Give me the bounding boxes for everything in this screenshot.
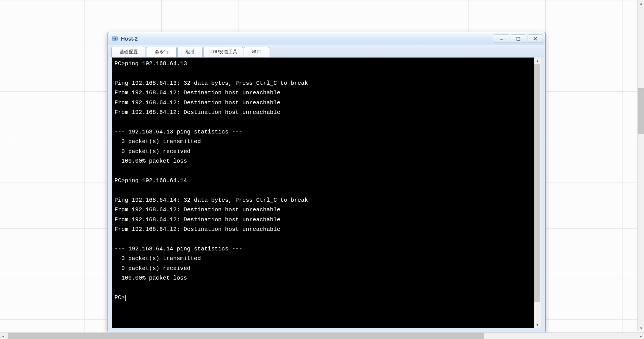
scroll-down-icon[interactable]: ▾ — [638, 325, 644, 331]
window-title: Host-2 — [121, 36, 494, 42]
window-titlebar[interactable]: Host-2 — [108, 32, 545, 45]
tab-label: 组播 — [185, 49, 195, 55]
maximize-button[interactable] — [511, 35, 526, 43]
scroll-thumb[interactable] — [534, 64, 540, 302]
terminal-container: PC>ping 192.168.64.13 Ping 192.168.64.13… — [112, 58, 541, 328]
scroll-thumb[interactable] — [638, 88, 644, 134]
scroll-thumb[interactable] — [8, 333, 484, 339]
tab-label: UDP发包工具 — [209, 49, 237, 55]
scroll-up-icon[interactable]: ▴ — [534, 58, 541, 64]
terminal-scrollbar[interactable]: ▴ ▾ — [534, 58, 541, 328]
tab-command-line[interactable]: 命令行 — [147, 47, 177, 57]
outer-horizontal-scrollbar[interactable]: ◂ ▸ — [0, 332, 644, 339]
scroll-down-icon[interactable]: ▾ — [534, 321, 541, 328]
window-controls — [494, 35, 543, 43]
terminal-panel: PC>ping 192.168.64.13 Ping 192.168.64.13… — [108, 57, 545, 332]
tab-basic-config[interactable]: 基础配置 — [111, 47, 146, 57]
scroll-left-icon[interactable]: ◂ — [0, 333, 7, 339]
tab-udp-tool[interactable]: UDP发包工具 — [204, 47, 243, 57]
tab-label: 基础配置 — [119, 49, 138, 55]
svg-rect-0 — [112, 37, 118, 40]
tab-label: 命令行 — [155, 49, 169, 55]
tab-bar: 基础配置 命令行 组播 UDP发包工具 串口 — [108, 45, 545, 57]
scroll-right-icon[interactable]: ▸ — [637, 333, 644, 339]
svg-rect-2 — [517, 37, 520, 40]
tab-multicast[interactable]: 组播 — [177, 47, 203, 57]
tab-label: 串口 — [252, 49, 261, 55]
minimize-button[interactable] — [494, 35, 509, 43]
tab-serial[interactable]: 串口 — [244, 47, 269, 57]
close-button[interactable] — [528, 35, 543, 43]
scroll-up-icon[interactable]: ▴ — [638, 0, 644, 7]
outer-vertical-scrollbar[interactable]: ▴ ▾ — [637, 0, 644, 331]
terminal-output[interactable]: PC>ping 192.168.64.13 Ping 192.168.64.13… — [112, 58, 534, 328]
host-window: Host-2 基础配置 命令行 组播 UDP发包工具 串口 PC>ping 19… — [107, 32, 546, 333]
app-icon — [111, 35, 118, 42]
